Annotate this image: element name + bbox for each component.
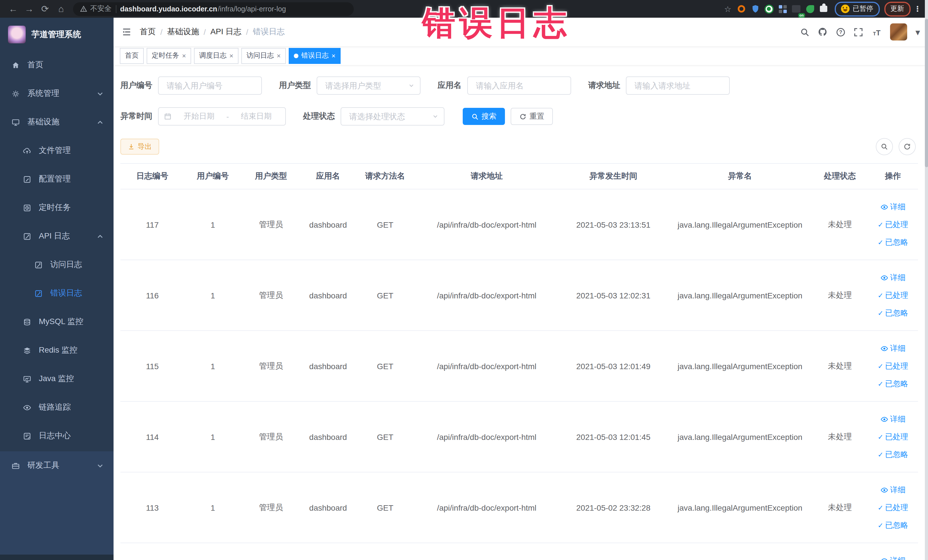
tab-3[interactable]: 访问日志×: [241, 48, 286, 64]
font-size-icon[interactable]: TT: [872, 27, 882, 37]
sidebar-item-7[interactable]: 访问日志: [0, 250, 113, 279]
action-2-link[interactable]: ✓已忽略: [868, 378, 918, 390]
sidebar-item-0[interactable]: 首页: [0, 51, 113, 79]
github-icon[interactable]: [818, 27, 828, 37]
action-1-link[interactable]: ✓已处理: [868, 360, 918, 372]
date-end-placeholder: 结束日期: [232, 111, 281, 122]
help-icon[interactable]: ?: [836, 27, 846, 37]
action-2-link[interactable]: ✓已忽略: [868, 236, 918, 248]
action-2-link[interactable]: ✓已忽略: [868, 449, 918, 461]
hide-search-button[interactable]: [876, 138, 893, 155]
table-row-113: 1131管理员dashboardGET/api/infra/db-doc/exp…: [121, 472, 918, 543]
cell-id: 115: [121, 331, 184, 401]
sidebar-item-3[interactable]: 文件管理: [0, 136, 113, 165]
tab-4[interactable]: 错误日志×: [289, 48, 340, 64]
action-0-link[interactable]: 详细: [868, 484, 918, 496]
extension-shield-icon[interactable]: [749, 3, 762, 15]
sidebar-item-6[interactable]: API 日志: [0, 222, 113, 250]
sidebar-collapse-icon[interactable]: [122, 27, 132, 37]
action-0-link[interactable]: 详细: [868, 272, 918, 284]
extension-on-toggle-icon[interactable]: on: [790, 3, 803, 15]
home-icon[interactable]: ⌂: [53, 2, 69, 16]
browser-update-button[interactable]: 更新: [884, 2, 910, 16]
search-icon: [471, 113, 479, 120]
search-button[interactable]: 搜索: [463, 108, 505, 125]
close-icon[interactable]: ×: [277, 52, 281, 60]
action-0-link[interactable]: 详细: [868, 413, 918, 425]
extension-puzzle-icon[interactable]: [817, 3, 830, 15]
reset-button[interactable]: 重置: [511, 108, 553, 125]
back-icon[interactable]: ←: [6, 2, 21, 16]
request-url-input[interactable]: [633, 81, 722, 91]
extension-leaf-icon[interactable]: [804, 3, 816, 15]
date-range-picker[interactable]: 开始日期 - 结束日期: [158, 107, 286, 125]
app-logo-row[interactable]: 芋道管理系统: [0, 18, 113, 51]
reload-icon[interactable]: ⟳: [38, 2, 52, 16]
sidebar-item-5[interactable]: 定时任务: [0, 194, 113, 222]
user-id-input[interactable]: [165, 81, 255, 91]
forward-icon[interactable]: →: [22, 2, 37, 16]
app-logo: [8, 25, 26, 43]
action-label: 详细: [890, 272, 905, 283]
refresh-button[interactable]: [898, 138, 916, 155]
column-header-2: 用户类型: [241, 163, 301, 189]
action-2-link[interactable]: ✓已忽略: [868, 307, 918, 319]
cell-id: 116: [121, 260, 184, 331]
cell-id: 117: [121, 189, 184, 260]
page-scrollbar[interactable]: [925, 0, 928, 560]
cell-id: 114: [121, 401, 184, 472]
action-0-link[interactable]: 详细: [868, 342, 918, 354]
sidebar-item-4[interactable]: 配置管理: [0, 165, 113, 194]
extension-orange-icon[interactable]: [735, 3, 748, 15]
sidebar-item-14[interactable]: 研发工具: [0, 451, 113, 480]
action-0-link[interactable]: 详细: [868, 555, 918, 560]
breadcrumb-item-0[interactable]: 首页: [140, 27, 156, 37]
browser-menu-icon[interactable]: ⋮: [914, 5, 921, 13]
action-1-link[interactable]: ✓已处理: [868, 218, 918, 230]
tab-1[interactable]: 定时任务×: [147, 48, 191, 64]
close-icon[interactable]: ×: [331, 52, 336, 60]
action-label: 已忽略: [885, 378, 908, 389]
chevron-up-icon: [96, 232, 104, 241]
action-1-link[interactable]: ✓已处理: [868, 289, 918, 301]
cell-url: /api/infra/db-doc/export-html: [415, 331, 559, 401]
extension-grid-icon[interactable]: [776, 3, 789, 15]
scrollbar-thumb[interactable]: [925, 19, 928, 167]
sidebar-item-2[interactable]: 基础设施: [0, 108, 113, 136]
breadcrumb-item-2[interactable]: API 日志: [211, 27, 242, 37]
address-bar[interactable]: 不安全 dashboard.yudao.iocoder.cn/infra/log…: [73, 2, 354, 16]
cell-user_type: 管理员: [241, 543, 301, 560]
sidebar-item-8[interactable]: 错误日志: [0, 279, 113, 308]
action-0-link[interactable]: 详细: [868, 201, 918, 213]
cell-user_id: 1: [184, 472, 241, 543]
close-icon[interactable]: ×: [182, 52, 186, 60]
tab-2[interactable]: 调度日志×: [194, 48, 238, 64]
search-icon[interactable]: [800, 27, 810, 37]
action-1-link[interactable]: ✓已处理: [868, 431, 918, 443]
avatar-caret-icon[interactable]: ▾: [916, 26, 920, 37]
sidebar-item-11[interactable]: Java 监控: [0, 365, 113, 393]
sidebar-item-9[interactable]: MySQL 监控: [0, 308, 113, 336]
sidebar-item-12[interactable]: 链路追踪: [0, 393, 113, 422]
extension-green-check-icon[interactable]: [763, 3, 775, 15]
action-2-link[interactable]: ✓已忽略: [868, 519, 918, 531]
sidebar-item-13[interactable]: 日志中心: [0, 422, 113, 450]
user-type-select[interactable]: [324, 81, 413, 91]
cell-app_name: dashboard: [301, 401, 356, 472]
tab-0[interactable]: 首页: [120, 48, 144, 64]
action-1-link[interactable]: ✓已处理: [868, 502, 918, 514]
close-icon[interactable]: ×: [229, 52, 234, 60]
fullscreen-icon[interactable]: [854, 27, 864, 37]
breadcrumb-item-1[interactable]: 基础设施: [167, 27, 199, 37]
profile-paused-chip[interactable]: 已暂停: [835, 2, 879, 16]
app-name-input[interactable]: [475, 81, 564, 91]
sidebar-item-1[interactable]: 系统管理: [0, 79, 113, 108]
export-button[interactable]: 导出: [121, 139, 159, 155]
cloud-upload-icon: [23, 146, 31, 155]
sidebar-item-10[interactable]: Redis 监控: [0, 336, 113, 365]
cell-app_name: dashboard: [301, 260, 356, 331]
process-status-select[interactable]: [348, 111, 437, 122]
bookmark-star-icon[interactable]: ☆: [722, 3, 734, 15]
cell-app_name: dashboard: [301, 331, 356, 401]
user-avatar[interactable]: [890, 23, 907, 41]
